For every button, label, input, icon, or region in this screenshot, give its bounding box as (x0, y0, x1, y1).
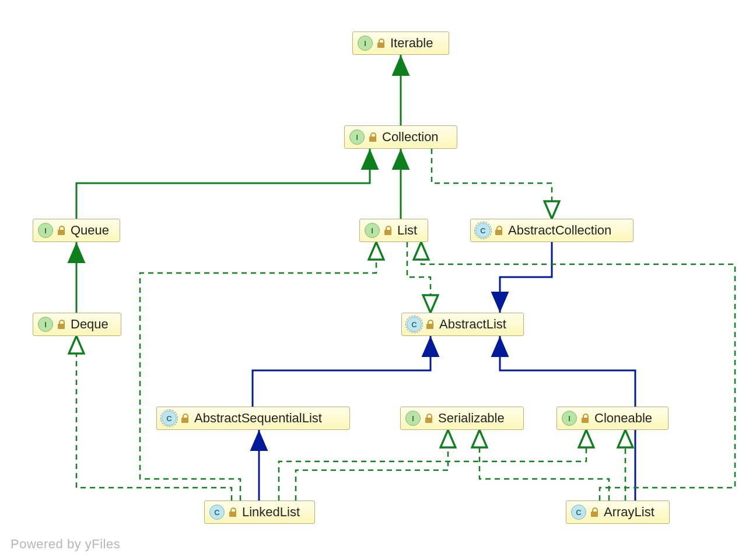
node-label: ArrayList (604, 505, 654, 520)
abstract-class-icon: C (475, 223, 491, 238)
lock-icon (384, 226, 393, 235)
edges-layer (0, 0, 756, 560)
edge-abstractsequentiallist-to-abstractlist (253, 336, 430, 407)
node-arraylist: CArrayList (566, 501, 670, 524)
node-list: IList (359, 219, 428, 242)
lock-icon (58, 226, 66, 235)
interface-icon: I (405, 411, 421, 426)
lock-icon (58, 320, 66, 329)
lock-icon (591, 508, 599, 517)
edge-abstractlist-to-abstractcollection (500, 242, 552, 313)
node-cloneable: ICloneable (556, 407, 668, 430)
class-icon: C (209, 505, 225, 520)
node-label: Collection (382, 130, 439, 145)
node-label: Iterable (390, 36, 433, 51)
interface-icon: I (38, 223, 53, 238)
node-label: LinkedList (242, 505, 300, 520)
node-label: Queue (71, 223, 109, 238)
lock-icon (426, 320, 435, 329)
node-label: Serializable (438, 411, 505, 426)
edge-linkedlist-to-cloneable (279, 430, 586, 501)
node-linkedlist: CLinkedList (204, 501, 315, 524)
node-collection: ICollection (344, 125, 457, 149)
lock-icon (181, 414, 190, 423)
edge-linkedlist-to-list (140, 242, 376, 501)
edge-abstractlist-to-list (407, 242, 430, 313)
interface-icon: I (365, 223, 380, 238)
node-serializable: ISerializable (400, 407, 524, 430)
edge-linkedlist-to-serializable (296, 430, 448, 501)
lock-icon (377, 38, 386, 48)
node-deque: IDeque (33, 313, 121, 336)
node-queue: IQueue (33, 219, 120, 242)
interface-icon: I (38, 317, 53, 332)
node-iterable: IIterable (352, 32, 449, 55)
lock-icon (425, 414, 433, 423)
node-abstractlist: CAbstractList (401, 313, 524, 336)
edge-abstractcollection-to-collection (432, 149, 552, 219)
lock-icon (369, 132, 377, 142)
edge-queue-to-collection (76, 149, 370, 219)
edge-arraylist-to-list (421, 242, 735, 501)
class-icon: C (571, 505, 586, 520)
abstract-class-icon: C (407, 317, 422, 332)
node-abstractsequentiallist: CAbstractSequentialList (156, 407, 350, 430)
edge-arraylist-to-serializable (480, 430, 609, 501)
lock-icon (495, 226, 503, 235)
node-label: Cloneable (594, 411, 652, 426)
interface-icon: I (349, 130, 365, 145)
footer-credit: Powered by yFiles (10, 537, 120, 552)
lock-icon (229, 508, 237, 517)
node-label: List (397, 223, 417, 238)
node-label: AbstractSequentialList (194, 411, 322, 426)
node-label: Deque (71, 317, 108, 332)
lock-icon (582, 414, 590, 423)
abstract-class-icon: C (162, 411, 177, 426)
interface-icon: I (562, 411, 577, 426)
node-abstractcollection: CAbstractCollection (470, 219, 634, 242)
node-label: AbstractList (439, 317, 506, 332)
node-label: AbstractCollection (508, 223, 611, 238)
interface-icon: I (358, 36, 373, 51)
